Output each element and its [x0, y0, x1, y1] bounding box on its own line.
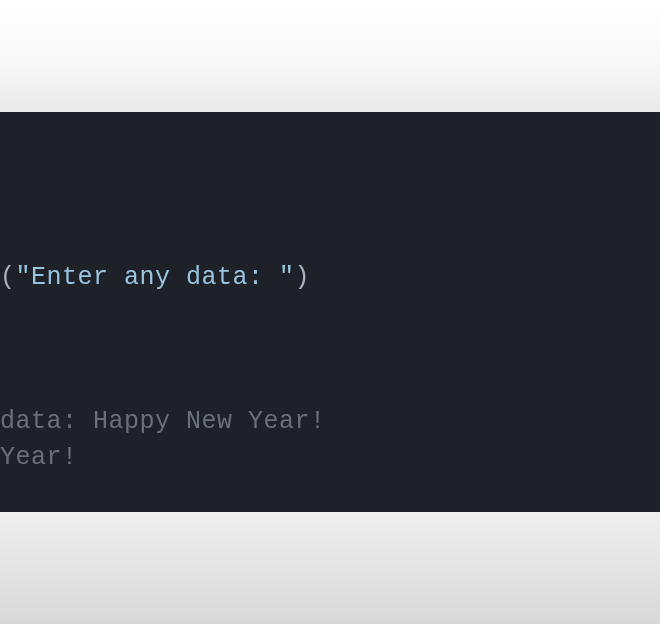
close-paren: ) — [295, 263, 311, 292]
output-area: data: Happy New Year! Year! — [0, 404, 326, 476]
string-literal: "Enter any data: " — [16, 263, 295, 292]
code-line: ("Enter any data: ") — [0, 260, 310, 296]
code-editor-area: ("Enter any data: ") data: Happy New Yea… — [0, 112, 660, 512]
output-line-2: Year! — [0, 443, 78, 472]
output-line-1: data: Happy New Year! — [0, 407, 326, 436]
open-paren: ( — [0, 263, 16, 292]
